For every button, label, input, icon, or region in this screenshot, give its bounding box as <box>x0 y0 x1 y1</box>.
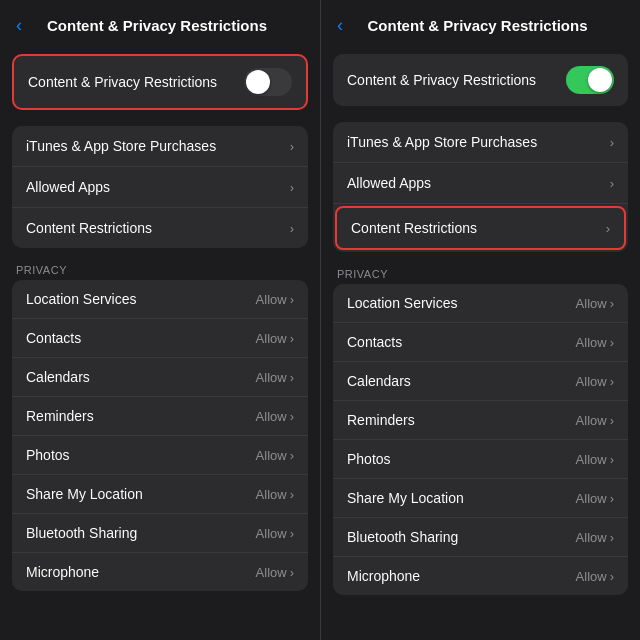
right-privacy-photos[interactable]: Photos Allow › <box>333 440 628 479</box>
right-menu-content-restrictions-chevron: › <box>606 221 610 236</box>
right-privacy-photos-right: Allow › <box>576 452 614 467</box>
left-privacy-microphone-right: Allow › <box>256 565 294 580</box>
left-privacy-contacts-label: Contacts <box>26 330 81 346</box>
right-menu-section: iTunes & App Store Purchases › Allowed A… <box>333 122 628 252</box>
left-back-button[interactable]: ‹ <box>16 16 22 34</box>
left-menu-itunes[interactable]: iTunes & App Store Purchases › <box>12 126 308 167</box>
right-privacy-share-location[interactable]: Share My Location Allow › <box>333 479 628 518</box>
right-privacy-microphone-label: Microphone <box>347 568 420 584</box>
right-privacy-photos-label: Photos <box>347 451 391 467</box>
right-privacy-calendars-right: Allow › <box>576 374 614 389</box>
right-privacy-calendars-label: Calendars <box>347 373 411 389</box>
right-privacy-bluetooth-right: Allow › <box>576 530 614 545</box>
right-privacy-bluetooth[interactable]: Bluetooth Sharing Allow › <box>333 518 628 557</box>
left-privacy-reminders-value: Allow <box>256 409 287 424</box>
left-privacy-location[interactable]: Location Services Allow › <box>12 280 308 319</box>
right-privacy-location-value: Allow <box>576 296 607 311</box>
left-privacy-bluetooth[interactable]: Bluetooth Sharing Allow › <box>12 514 308 553</box>
right-privacy-bluetooth-label: Bluetooth Sharing <box>347 529 458 545</box>
left-menu-content-restrictions-label: Content Restrictions <box>26 220 152 236</box>
right-privacy-reminders[interactable]: Reminders Allow › <box>333 401 628 440</box>
right-menu-itunes-right: › <box>610 135 614 150</box>
left-menu-allowed-apps-chevron: › <box>290 180 294 195</box>
right-privacy-calendars[interactable]: Calendars Allow › <box>333 362 628 401</box>
left-privacy-photos-chevron: › <box>290 448 294 463</box>
left-privacy-bluetooth-value: Allow <box>256 526 287 541</box>
left-privacy-location-chevron: › <box>290 292 294 307</box>
right-panel: ‹ Content & Privacy Restrictions Content… <box>320 0 640 640</box>
left-privacy-share-location[interactable]: Share My Location Allow › <box>12 475 308 514</box>
right-privacy-label: PRIVACY <box>321 260 640 284</box>
right-privacy-section: Location Services Allow › Contacts Allow… <box>333 284 628 595</box>
left-menu-section: iTunes & App Store Purchases › Allowed A… <box>12 126 308 248</box>
left-menu-itunes-label: iTunes & App Store Purchases <box>26 138 216 154</box>
left-header-title: Content & Privacy Restrictions <box>28 17 286 34</box>
left-privacy-photos[interactable]: Photos Allow › <box>12 436 308 475</box>
right-toggle-knob <box>588 68 612 92</box>
right-toggle-row[interactable]: Content & Privacy Restrictions <box>333 54 628 106</box>
right-menu-allowed-apps[interactable]: Allowed Apps › <box>333 163 628 204</box>
right-privacy-microphone-right: Allow › <box>576 569 614 584</box>
left-privacy-contacts-right: Allow › <box>256 331 294 346</box>
right-menu-content-restrictions-label: Content Restrictions <box>351 220 477 236</box>
left-privacy-share-location-label: Share My Location <box>26 486 143 502</box>
right-privacy-contacts-value: Allow <box>576 335 607 350</box>
right-privacy-calendars-value: Allow <box>576 374 607 389</box>
left-menu-allowed-apps-right: › <box>290 180 294 195</box>
left-privacy-share-location-value: Allow <box>256 487 287 502</box>
left-privacy-contacts[interactable]: Contacts Allow › <box>12 319 308 358</box>
left-privacy-microphone-label: Microphone <box>26 564 99 580</box>
left-menu-content-restrictions[interactable]: Content Restrictions › <box>12 208 308 248</box>
left-menu-itunes-chevron: › <box>290 139 294 154</box>
right-menu-content-restrictions[interactable]: Content Restrictions › <box>335 206 626 250</box>
left-toggle-switch[interactable] <box>244 68 292 96</box>
right-menu-itunes[interactable]: iTunes & App Store Purchases › <box>333 122 628 163</box>
left-privacy-photos-value: Allow <box>256 448 287 463</box>
left-toggle-knob <box>246 70 270 94</box>
left-privacy-photos-label: Photos <box>26 447 70 463</box>
right-menu-content-restrictions-right: › <box>606 221 610 236</box>
left-toggle-label: Content & Privacy Restrictions <box>28 74 217 90</box>
right-menu-allowed-apps-right: › <box>610 176 614 191</box>
right-privacy-reminders-value: Allow <box>576 413 607 428</box>
right-privacy-photos-value: Allow <box>576 452 607 467</box>
left-menu-content-restrictions-chevron: › <box>290 221 294 236</box>
right-privacy-contacts-label: Contacts <box>347 334 402 350</box>
right-privacy-location-right: Allow › <box>576 296 614 311</box>
right-privacy-contacts-right: Allow › <box>576 335 614 350</box>
right-menu-itunes-label: iTunes & App Store Purchases <box>347 134 537 150</box>
left-privacy-reminders-right: Allow › <box>256 409 294 424</box>
right-privacy-reminders-right: Allow › <box>576 413 614 428</box>
right-menu-allowed-apps-chevron: › <box>610 176 614 191</box>
left-privacy-calendars-value: Allow <box>256 370 287 385</box>
left-privacy-contacts-value: Allow <box>256 331 287 346</box>
right-privacy-contacts-chevron: › <box>610 335 614 350</box>
left-menu-allowed-apps[interactable]: Allowed Apps › <box>12 167 308 208</box>
left-menu-itunes-right: › <box>290 139 294 154</box>
left-toggle-row[interactable]: Content & Privacy Restrictions <box>12 54 308 110</box>
right-privacy-contacts[interactable]: Contacts Allow › <box>333 323 628 362</box>
left-privacy-reminders[interactable]: Reminders Allow › <box>12 397 308 436</box>
right-privacy-photos-chevron: › <box>610 452 614 467</box>
left-privacy-calendars-label: Calendars <box>26 369 90 385</box>
right-header-title: Content & Privacy Restrictions <box>349 17 606 34</box>
left-privacy-microphone[interactable]: Microphone Allow › <box>12 553 308 591</box>
right-privacy-microphone[interactable]: Microphone Allow › <box>333 557 628 595</box>
left-header: ‹ Content & Privacy Restrictions <box>0 0 320 46</box>
right-privacy-location[interactable]: Location Services Allow › <box>333 284 628 323</box>
left-privacy-bluetooth-chevron: › <box>290 526 294 541</box>
right-toggle-switch[interactable] <box>566 66 614 94</box>
left-privacy-share-location-chevron: › <box>290 487 294 502</box>
left-privacy-calendars[interactable]: Calendars Allow › <box>12 358 308 397</box>
left-menu-allowed-apps-label: Allowed Apps <box>26 179 110 195</box>
left-privacy-calendars-chevron: › <box>290 370 294 385</box>
right-privacy-reminders-chevron: › <box>610 413 614 428</box>
left-privacy-location-right: Allow › <box>256 292 294 307</box>
right-back-button[interactable]: ‹ <box>337 16 343 34</box>
right-header: ‹ Content & Privacy Restrictions <box>321 0 640 46</box>
right-privacy-share-location-value: Allow <box>576 491 607 506</box>
right-privacy-bluetooth-chevron: › <box>610 530 614 545</box>
right-toggle-label: Content & Privacy Restrictions <box>347 72 536 88</box>
left-panel: ‹ Content & Privacy Restrictions Content… <box>0 0 320 640</box>
right-privacy-calendars-chevron: › <box>610 374 614 389</box>
